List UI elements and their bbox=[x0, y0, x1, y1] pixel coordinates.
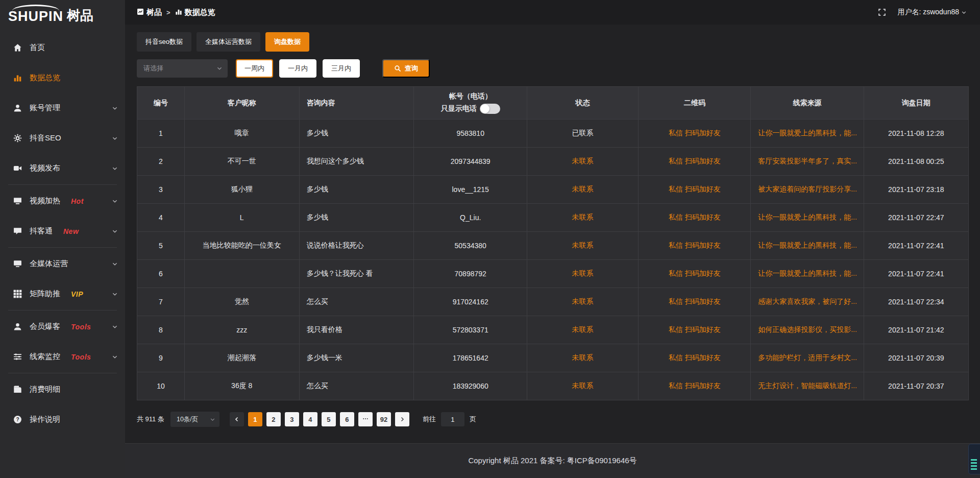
bar-chart-icon bbox=[175, 8, 182, 17]
cell-qrcode[interactable]: 私信 扫码加好友 bbox=[639, 176, 751, 204]
page-button-3[interactable]: 3 bbox=[285, 412, 299, 426]
cell-qrcode[interactable]: 私信 扫码加好友 bbox=[639, 288, 751, 316]
page-button-6[interactable]: 6 bbox=[340, 412, 354, 426]
app-chart-icon bbox=[137, 8, 144, 17]
period-button-one-week[interactable]: 一周内 bbox=[236, 59, 273, 78]
sidebar-item-badge: Tools bbox=[71, 353, 91, 361]
breadcrumb-separator: > bbox=[166, 9, 170, 16]
sidebar-item-douketong[interactable]: 抖客通New bbox=[0, 216, 125, 246]
brand-logo[interactable]: SHUPIN 树品 bbox=[0, 0, 125, 27]
cell-nickname: 当地比较能吃的一位美女 bbox=[184, 232, 299, 260]
table-row: 1哦章多少钱9583810已联系私信 扫码加好友让你一眼就爱上的黑科技，能...… bbox=[137, 119, 969, 148]
phone-only-toggle[interactable] bbox=[480, 104, 500, 114]
search-button-label: 查询 bbox=[405, 64, 418, 73]
table-row: 8zzz我只看价格572803371未联系私信 扫码加好友如何正确选择投影仪，买… bbox=[137, 316, 969, 344]
corner-widget[interactable] bbox=[968, 444, 980, 474]
goto-page-input[interactable]: 1 bbox=[441, 412, 464, 426]
cell-qrcode[interactable]: 私信 扫码加好友 bbox=[639, 119, 751, 148]
chevron-down-icon bbox=[112, 135, 118, 141]
page-button-4[interactable]: 4 bbox=[303, 412, 317, 426]
cell-source[interactable]: 感谢大家喜欢我家，被问了好... bbox=[751, 288, 864, 316]
cell-date: 2021-11-08 12:28 bbox=[864, 119, 968, 148]
tab-omni-media-data[interactable]: 全媒体运营数据 bbox=[197, 32, 260, 52]
cell-qrcode[interactable]: 私信 扫码加好友 bbox=[639, 316, 751, 344]
cell-status: 未联系 bbox=[527, 372, 638, 400]
inquiry-table: 编号客户昵称咨询内容帐号（电话）只显示电话状态二维码线索来源询盘日期 1哦章多少… bbox=[137, 86, 969, 400]
cell-account: 572803371 bbox=[414, 316, 527, 344]
sidebar-item-clue-monitor[interactable]: 线索监控Tools bbox=[0, 342, 125, 372]
sidebar-item-video-heating[interactable]: 视频加热Hot bbox=[0, 186, 125, 216]
cell-account: 917024162 bbox=[414, 288, 527, 316]
cell-source[interactable]: 如何正确选择投影仪，买投影... bbox=[751, 316, 864, 344]
cell-account: 50534380 bbox=[414, 232, 527, 260]
sidebar-item-member-burst[interactable]: 会员爆客Tools bbox=[0, 312, 125, 342]
page-button-5[interactable]: 5 bbox=[322, 412, 336, 426]
next-page-button[interactable] bbox=[395, 412, 409, 426]
cell-source[interactable]: 无主灯设计，智能磁吸轨道灯... bbox=[751, 372, 864, 400]
chevron-down-icon bbox=[112, 105, 118, 111]
cell-source[interactable]: 被大家追着问的客厅投影分享... bbox=[751, 176, 864, 204]
table-row: 2不可一世我想问这个多少钱2097344839未联系私信 扫码加好友客厅安装投影… bbox=[137, 148, 969, 176]
account-select[interactable]: 请选择 bbox=[137, 59, 228, 78]
cell-source[interactable]: 客厅安装投影半年多了，真实... bbox=[751, 148, 864, 176]
prev-page-button[interactable] bbox=[230, 412, 244, 426]
cell-content: 多少钱 bbox=[299, 176, 414, 204]
cell-date: 2021-11-07 22:41 bbox=[864, 260, 968, 288]
cell-account: love__1215 bbox=[414, 176, 527, 204]
cell-date: 2021-11-07 21:42 bbox=[864, 316, 968, 344]
breadcrumb-app[interactable]: 树品 bbox=[137, 8, 162, 17]
username-label: 用户名: zswodun88 bbox=[897, 8, 959, 17]
sidebar-item-omni-media-operation[interactable]: 全媒体运营 bbox=[0, 249, 125, 279]
cell-status: 未联系 bbox=[527, 260, 638, 288]
cell-qrcode[interactable]: 私信 扫码加好友 bbox=[639, 372, 751, 400]
cell-qrcode[interactable]: 私信 扫码加好友 bbox=[639, 260, 751, 288]
sidebar-item-label: 抖音SEO bbox=[30, 133, 61, 143]
period-button-three-months[interactable]: 三月内 bbox=[323, 59, 360, 78]
inquiry-table-wrap: 编号客户昵称咨询内容帐号（电话）只显示电话状态二维码线索来源询盘日期 1哦章多少… bbox=[137, 86, 969, 400]
sidebar-item-home[interactable]: 首页 bbox=[0, 33, 125, 63]
table-header-row: 编号客户昵称咨询内容帐号（电话）只显示电话状态二维码线索来源询盘日期 bbox=[137, 87, 969, 119]
tab-douyin-seo-data[interactable]: 抖音seo数据 bbox=[137, 32, 191, 52]
sidebar-item-consumption-detail[interactable]: 消费明细 bbox=[0, 374, 125, 404]
cell-account: 2097344839 bbox=[414, 148, 527, 176]
column-header-content: 咨询内容 bbox=[299, 87, 414, 119]
table-row: 9潮起潮落多少钱一米178651642未联系私信 扫码加好友多功能护栏灯，适用于… bbox=[137, 344, 969, 372]
sidebar-item-operation-guide[interactable]: ?操作说明 bbox=[0, 404, 125, 435]
search-button[interactable]: 查询 bbox=[382, 59, 430, 78]
sidebar-item-data-overview[interactable]: 数据总览 bbox=[0, 63, 125, 93]
more-pages-button[interactable] bbox=[358, 412, 373, 426]
cell-source[interactable]: 让你一眼就爱上的黑科技，能... bbox=[751, 119, 864, 148]
cell-source[interactable]: 多功能护栏灯，适用于乡村文... bbox=[751, 344, 864, 372]
sidebar-item-label: 数据总览 bbox=[30, 73, 60, 83]
page-button-1[interactable]: 1 bbox=[248, 412, 262, 426]
user-menu[interactable]: 用户名: zswodun88 bbox=[897, 8, 967, 17]
cell-source[interactable]: 让你一眼就爱上的黑科技，能... bbox=[751, 260, 864, 288]
cell-qrcode[interactable]: 私信 扫码加好友 bbox=[639, 232, 751, 260]
sidebar-item-badge: Hot bbox=[71, 197, 84, 205]
cell-date: 2021-11-07 22:47 bbox=[864, 204, 968, 232]
user-icon bbox=[13, 104, 22, 112]
page-button-2[interactable]: 2 bbox=[266, 412, 281, 426]
pagination: 共 911 条 10条/页 12345692 前往 1 页 bbox=[137, 412, 969, 427]
sidebar-item-matrix-boost[interactable]: 矩阵助推VIP bbox=[0, 279, 125, 309]
page-button-92[interactable]: 92 bbox=[377, 412, 391, 426]
sidebar-divider bbox=[8, 310, 117, 310]
cell-source[interactable]: 让你一眼就爱上的黑科技，能... bbox=[751, 204, 864, 232]
sidebar-item-douyin-seo[interactable]: 抖音SEO bbox=[0, 123, 125, 153]
fullscreen-icon[interactable] bbox=[878, 8, 886, 16]
sidebar-item-video-publish[interactable]: 视频发布 bbox=[0, 153, 125, 183]
period-button-one-month[interactable]: 一月内 bbox=[279, 59, 316, 78]
cell-source[interactable]: 让你一眼就爱上的黑科技，能... bbox=[751, 232, 864, 260]
page-size-select[interactable]: 10条/页 bbox=[170, 412, 219, 427]
cell-qrcode[interactable]: 私信 扫码加好友 bbox=[639, 344, 751, 372]
tab-inquiry-data[interactable]: 询盘数据 bbox=[265, 32, 309, 52]
breadcrumb-page-label: 数据总览 bbox=[185, 8, 215, 17]
cell-content: 怎么买 bbox=[299, 372, 414, 400]
sidebar-item-account-management[interactable]: 账号管理 bbox=[0, 93, 125, 123]
breadcrumb-page[interactable]: 数据总览 bbox=[175, 8, 215, 17]
cell-status: 未联系 bbox=[527, 176, 638, 204]
cell-qrcode[interactable]: 私信 扫码加好友 bbox=[639, 148, 751, 176]
cell-qrcode[interactable]: 私信 扫码加好友 bbox=[639, 204, 751, 232]
brand-logo-cn: 树品 bbox=[67, 7, 93, 25]
cell-account: 9583810 bbox=[414, 119, 527, 148]
